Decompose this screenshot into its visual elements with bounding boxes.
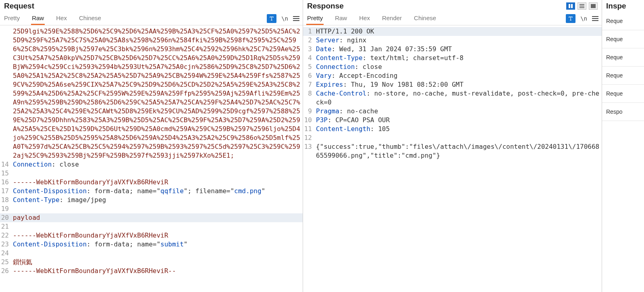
gutter: 8 <box>303 89 314 98</box>
view-list-button[interactable] <box>578 2 586 10</box>
request-panel: Request PrettyRawHexChinese \n 25D9lgi%2… <box>0 0 303 292</box>
tab-pretty[interactable]: Pretty <box>3 12 21 25</box>
code-line: 6Vary: Accept-Encoding <box>303 71 602 80</box>
wrap-toggle[interactable]: \n <box>281 15 288 22</box>
actions-menu-icon[interactable] <box>293 16 299 21</box>
gutter: 14 <box>0 160 10 169</box>
inspector-list: RequeRequeRequeRequeRequeRespo <box>602 12 644 121</box>
code-line: 5Connection: close <box>303 63 602 71</box>
inspector-title: Inspe <box>606 2 626 10</box>
code-line: 9Pragma: no-cache <box>303 107 602 116</box>
code-line: 12 <box>303 133 602 142</box>
code-line: 24 <box>0 249 303 258</box>
gutter: 21 <box>0 222 10 231</box>
inspector-item[interactable]: Reque <box>602 30 644 48</box>
inspector-item[interactable]: Reque <box>602 85 644 103</box>
code-line: 11Content-Length: 105 <box>303 125 602 133</box>
gutter: 6 <box>303 71 314 80</box>
tab-raw[interactable]: Raw <box>334 12 348 25</box>
response-title: Response <box>307 2 344 10</box>
code-line: 2Server: nginx <box>303 36 602 45</box>
inspector-item[interactable]: Reque <box>602 67 644 85</box>
code-line: 22------WebKitFormBoundaryYjaVXfVxB6RHev… <box>0 231 303 240</box>
code-line: 13{"success":true,"thumb":"files\/attach… <box>303 142 602 160</box>
code-line: 17Content-Disposition: form-data; name="… <box>0 187 303 196</box>
gutter: 26 <box>0 267 10 275</box>
gutter: 3 <box>303 45 314 54</box>
actions-menu-icon[interactable] <box>592 16 598 21</box>
gutter: 2 <box>303 36 314 45</box>
request-title: Request <box>4 2 34 10</box>
code-line: 19 <box>0 204 303 213</box>
wrap-toggle[interactable]: \n <box>580 15 587 22</box>
tab-hex[interactable]: Hex <box>55 12 68 25</box>
tab-chinese[interactable]: Chinese <box>78 12 102 25</box>
response-tabrow: PrettyRawHexRenderChinese \n <box>303 12 602 25</box>
view-block-button[interactable] <box>589 2 598 10</box>
code-line: 21 <box>0 222 303 231</box>
gutter: 5 <box>303 63 314 71</box>
text-tool-button[interactable] <box>267 14 276 23</box>
gutter: 17 <box>0 187 10 196</box>
tab-pretty[interactable]: Pretty <box>306 12 324 25</box>
tab-chinese[interactable]: Chinese <box>413 12 437 25</box>
code-line: 25鎻愪氦 <box>0 258 303 267</box>
inspector-panel: Inspe RequeRequeRequeRequeRequeRespo <box>602 0 644 292</box>
gutter: 4 <box>303 54 314 63</box>
url-encoded-fragment: 25D9lgi%259E%2588%25D6%25C9%25D6%25AA%25… <box>10 27 303 160</box>
code-line: 4Content-Type: text/html; charset=utf-8 <box>303 54 602 63</box>
code-line: 20payload <box>0 213 303 222</box>
tab-hex[interactable]: Hex <box>358 12 371 25</box>
code-line: 16------WebKitFormBoundaryYjaVXfVxB6RHev… <box>0 178 303 187</box>
inspector-header: Inspe <box>602 0 644 12</box>
gutter: 12 <box>303 133 314 142</box>
code-line: 14Connection: close <box>0 160 303 169</box>
inspector-item[interactable]: Reque <box>602 48 644 67</box>
code-line: 26------WebKitFormBoundaryYjaVXfVxB6RHev… <box>0 267 303 275</box>
code-line: 23Content-Disposition: form-data; name="… <box>0 240 303 249</box>
gutter: 10 <box>303 116 314 125</box>
gutter: 13 <box>303 142 314 151</box>
response-header: Response <box>303 0 602 12</box>
request-tabrow: PrettyRawHexChinese \n <box>0 12 303 25</box>
gutter: 9 <box>303 107 314 116</box>
code-line: 1HTTP/1.1 200 OK <box>303 27 602 36</box>
gutter: 1 <box>303 27 314 36</box>
gutter: 24 <box>0 249 10 258</box>
gutter: 20 <box>0 213 10 222</box>
text-tool-button[interactable] <box>566 14 575 23</box>
tab-raw[interactable]: Raw <box>31 12 45 25</box>
request-header: Request <box>0 0 303 12</box>
request-editor[interactable]: 25D9lgi%259E%2588%25D6%25C9%25D6%25AA%25… <box>0 25 303 292</box>
gutter: 11 <box>303 125 314 133</box>
gutter: 22 <box>0 231 10 240</box>
code-line: 15 <box>0 169 303 178</box>
code-line: 3Date: Wed, 31 Jan 2024 07:35:59 GMT <box>303 45 602 54</box>
code-line: 18Content-Type: image/jpeg <box>0 196 303 204</box>
inspector-item[interactable]: Reque <box>602 12 644 30</box>
response-panel: Response PrettyRawHexRenderChinese \n 1H… <box>303 0 602 292</box>
code-line: 8Cache-Control: no-store, no-cache, must… <box>303 89 602 107</box>
response-editor[interactable]: 1HTTP/1.1 200 OK2Server: nginx3Date: Wed… <box>303 25 602 292</box>
tab-render[interactable]: Render <box>381 12 403 25</box>
gutter: 18 <box>0 196 10 204</box>
code-line: 7Expires: Thu, 19 Nov 1981 08:52:00 GMT <box>303 80 602 89</box>
gutter: 19 <box>0 204 10 213</box>
view-split-button[interactable] <box>566 2 575 10</box>
code-line: 10P3P: CP=CAO PSA OUR <box>303 116 602 125</box>
gutter: 7 <box>303 80 314 89</box>
gutter: 16 <box>0 178 10 187</box>
gutter: 23 <box>0 240 10 249</box>
gutter: 15 <box>0 169 10 178</box>
gutter: 25 <box>0 258 10 267</box>
inspector-item[interactable]: Respo <box>602 103 644 121</box>
